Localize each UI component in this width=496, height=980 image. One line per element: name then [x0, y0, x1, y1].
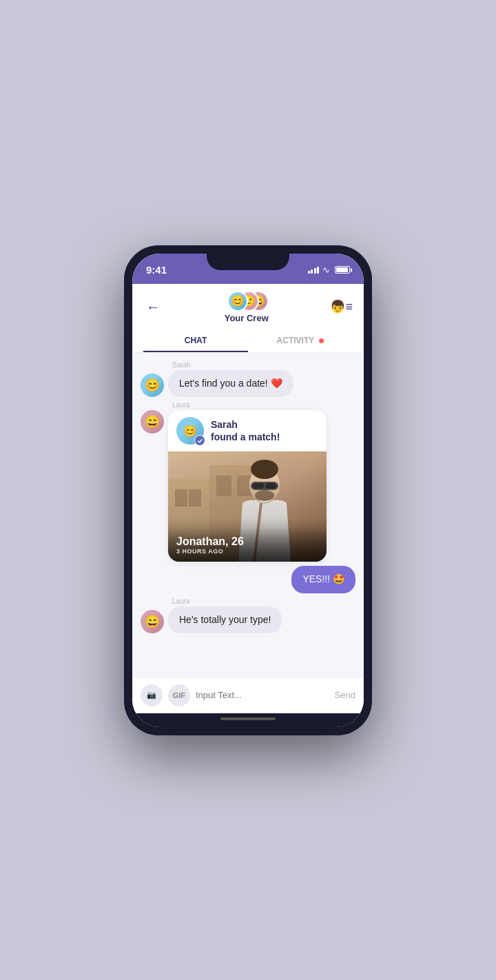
- status-icons: ∿: [308, 265, 351, 275]
- match-avatar-wrap: 😊: [176, 417, 204, 445]
- avatar-sarah-face: 😊: [229, 292, 247, 310]
- home-bar: [220, 717, 276, 720]
- status-time: 9:41: [146, 264, 167, 276]
- tab-chat[interactable]: CHAT: [143, 330, 248, 352]
- message-bubble-3[interactable]: YES!!! 🤩: [291, 566, 355, 593]
- signal-bar-1: [308, 271, 310, 274]
- chat-area: Sarah 😊 Let's find you a date! ❤️ Laura …: [132, 353, 364, 677]
- header-center: 😊 🙂 😄 Your Crew: [225, 291, 269, 323]
- battery-icon: [335, 266, 350, 274]
- wifi-icon: ∿: [322, 265, 330, 275]
- notch: [207, 254, 289, 270]
- tab-activity[interactable]: ACTIVITY: [248, 330, 353, 352]
- message-bubble-4[interactable]: He's totally your type!: [168, 606, 282, 634]
- message-group-1: Sarah 😊 Let's find you a date! ❤️: [141, 361, 355, 398]
- signal-bars-icon: [308, 267, 320, 274]
- gif-button[interactable]: GIF: [168, 684, 190, 706]
- avatar-laura-chat: 😄: [141, 410, 164, 433]
- match-card-header: 😊 Sarah found a match!: [168, 410, 327, 451]
- match-photo: Jonathan, 26 3 HOURS AGO: [168, 451, 327, 562]
- sender-label-sarah: Sarah: [141, 361, 355, 369]
- signal-bar-3: [314, 268, 316, 274]
- avatar-laura-emoji: 😄: [141, 410, 164, 433]
- phone-screen: 9:41 ∿ ←: [132, 254, 364, 727]
- message-row-4: 😄 He's totally your type!: [141, 606, 355, 634]
- avatar-sarah-header: 😊: [227, 291, 248, 312]
- avatar-sarah-chat: 😊: [141, 374, 164, 397]
- group-name: Your Crew: [225, 313, 269, 323]
- match-card[interactable]: 😊 Sarah found a match!: [168, 410, 327, 562]
- message-row-1: 😊 Let's find you a date! ❤️: [141, 370, 355, 398]
- match-card-container: 😄 😊: [141, 410, 355, 562]
- status-bar: 9:41 ∿: [132, 254, 364, 284]
- home-indicator: [132, 713, 364, 727]
- match-photo-overlay: Jonathan, 26 3 HOURS AGO: [168, 527, 327, 562]
- chat-header: ← 😊 🙂 😄 Your Crew �: [132, 284, 364, 353]
- sender-label-laura-1: Laura: [141, 401, 355, 409]
- phone-frame: 9:41 ∿ ←: [124, 245, 372, 735]
- input-area: 📷 GIF Send: [132, 677, 364, 713]
- message-input[interactable]: [196, 690, 329, 700]
- activity-dot: [319, 338, 324, 343]
- avatar-sarah-emoji: 😊: [141, 374, 164, 397]
- match-title: Sarah found a match!: [211, 418, 280, 443]
- group-avatars: 😊 🙂 😄: [227, 291, 266, 312]
- send-button[interactable]: Send: [335, 690, 355, 700]
- camera-button[interactable]: 📷: [141, 684, 163, 706]
- avatar-laura-emoji-2: 😄: [141, 610, 164, 633]
- signal-bar-4: [317, 267, 319, 274]
- back-button[interactable]: ←: [143, 296, 163, 318]
- message-group-4: Laura 😄 He's totally your type!: [141, 598, 355, 634]
- match-time-ago: 3 HOURS AGO: [176, 548, 318, 555]
- camera-icon: 📷: [147, 691, 156, 700]
- tab-bar: CHAT ACTIVITY: [143, 327, 353, 352]
- avatar-laura-chat-2: 😄: [141, 610, 164, 633]
- header-top: ← 😊 🙂 😄 Your Crew �: [143, 291, 353, 327]
- match-check-icon: [194, 435, 205, 446]
- manage-group-icon[interactable]: 👦≡: [330, 299, 353, 314]
- message-group-2: Laura 😄 😊: [141, 401, 355, 562]
- message-bubble-1[interactable]: Let's find you a date! ❤️: [168, 370, 293, 398]
- signal-bar-2: [311, 269, 313, 274]
- match-person-name: Jonathan, 26: [176, 535, 318, 548]
- message-row-3: YES!!! 🤩: [141, 566, 355, 593]
- sender-label-laura-2: Laura: [141, 598, 355, 605]
- gif-label: GIF: [173, 691, 185, 700]
- battery-fill: [336, 267, 348, 272]
